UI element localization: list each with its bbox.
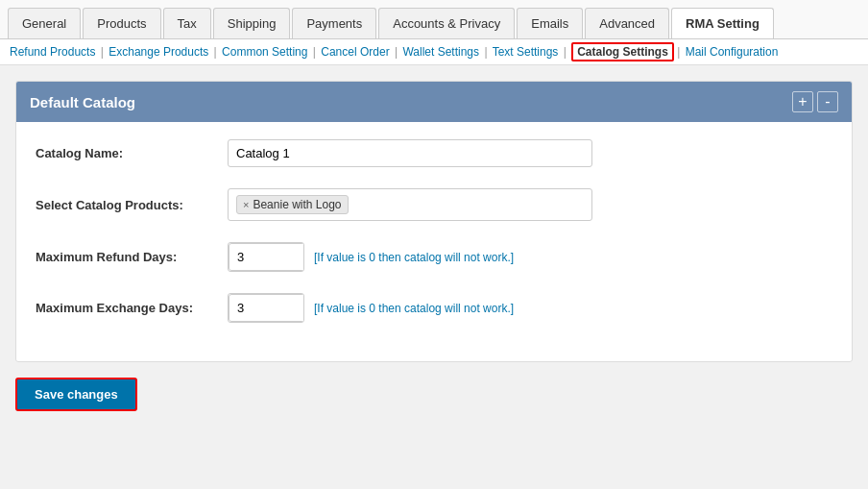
catalog-collapse-button[interactable]: -: [817, 91, 838, 112]
catalog-name-row: Catalog Name:: [36, 139, 832, 167]
sep-2: |: [214, 45, 217, 59]
max-exchange-input-wrapper: ▲ ▼ [If value is 0 then catalog will not…: [228, 293, 832, 323]
sep-1: |: [101, 45, 104, 59]
catalog-name-input[interactable]: [228, 139, 592, 167]
tag-remove-beanie[interactable]: ×: [243, 199, 249, 210]
subnav-exchange-products[interactable]: Exchange Products: [108, 45, 208, 59]
sub-nav: Refund Products | Exchange Products | Co…: [0, 39, 868, 65]
catalog-expand-button[interactable]: +: [792, 91, 813, 112]
subnav-refund-products[interactable]: Refund Products: [10, 45, 95, 59]
sep-7: |: [677, 45, 680, 59]
catalog-name-input-wrapper: [228, 139, 832, 167]
exchange-days-input[interactable]: [229, 294, 304, 322]
tag-label-beanie: Beanie with Logo: [253, 198, 341, 211]
tab-emails[interactable]: Emails: [517, 8, 583, 38]
tab-general[interactable]: General: [8, 8, 81, 38]
save-changes-button[interactable]: Save changes: [15, 378, 137, 411]
sep-4: |: [395, 45, 398, 59]
subnav-text-settings[interactable]: Text Settings: [493, 45, 559, 59]
select-products-input-wrapper: × Beanie with Logo: [228, 188, 832, 221]
max-refund-label: Maximum Refund Days:: [36, 250, 228, 264]
refund-stepper: ▲ ▼: [228, 242, 304, 272]
product-tag-beanie: × Beanie with Logo: [236, 195, 349, 214]
catalog-name-label: Catalog Name:: [36, 146, 228, 160]
sep-5: |: [484, 45, 487, 59]
subnav-wallet-settings[interactable]: Wallet Settings: [402, 45, 479, 59]
refund-days-input[interactable]: [229, 243, 304, 271]
catalog-body: Catalog Name: Select Catalog Products: ×…: [16, 122, 852, 361]
subnav-mail-configuration[interactable]: Mail Configuration: [686, 45, 779, 59]
max-exchange-row: Maximum Exchange Days: ▲ ▼ [If value is …: [36, 293, 832, 323]
max-exchange-label: Maximum Exchange Days:: [36, 301, 228, 315]
tab-tax[interactable]: Tax: [163, 8, 211, 38]
main-content: Default Catalog + - Catalog Name: Select…: [0, 65, 868, 427]
subnav-cancel-order[interactable]: Cancel Order: [321, 45, 389, 59]
max-refund-input-wrapper: ▲ ▼ [If value is 0 then catalog will not…: [228, 242, 832, 272]
tab-accounts-privacy[interactable]: Accounts & Privacy: [378, 8, 515, 38]
catalog-title: Default Catalog: [30, 94, 135, 110]
tag-input-box[interactable]: × Beanie with Logo: [228, 188, 592, 221]
tab-products[interactable]: Products: [83, 8, 160, 38]
max-refund-row: Maximum Refund Days: ▲ ▼ [If value is 0 …: [36, 242, 832, 272]
subnav-common-setting[interactable]: Common Setting: [222, 45, 307, 59]
tab-payments[interactable]: Payments: [292, 8, 376, 38]
select-products-row: Select Catalog Products: × Beanie with L…: [36, 188, 832, 221]
select-products-label: Select Catalog Products:: [36, 198, 228, 212]
sep-6: |: [564, 45, 567, 59]
subnav-catalog-settings[interactable]: Catalog Settings: [571, 42, 674, 61]
tab-rma-setting[interactable]: RMA Setting: [671, 8, 774, 38]
refund-hint: [If value is 0 then catalog will not wor…: [314, 251, 514, 264]
exchange-hint: [If value is 0 then catalog will not wor…: [314, 302, 514, 315]
catalog-header-buttons: + -: [792, 91, 838, 112]
catalog-header: Default Catalog + -: [16, 82, 852, 122]
catalog-box: Default Catalog + - Catalog Name: Select…: [15, 81, 853, 362]
tab-advanced[interactable]: Advanced: [585, 8, 669, 38]
tab-shipping[interactable]: Shipping: [213, 8, 291, 38]
sep-3: |: [313, 45, 316, 59]
exchange-stepper: ▲ ▼: [228, 293, 304, 323]
top-tabs: General Products Tax Shipping Payments A…: [0, 0, 868, 39]
